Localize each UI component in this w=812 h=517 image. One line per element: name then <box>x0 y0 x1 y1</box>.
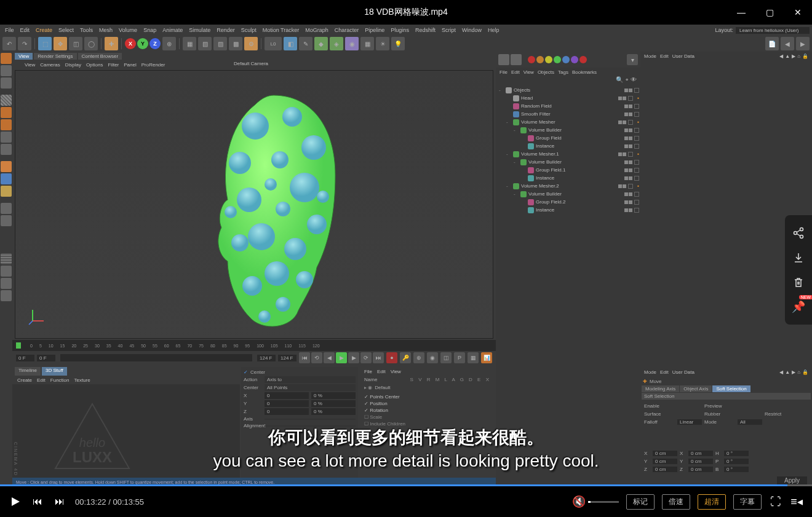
attr-up[interactable]: ▲ <box>785 53 790 59</box>
go-prev-key[interactable]: ⟲ <box>311 352 322 363</box>
viewport-solo[interactable] <box>1 203 12 214</box>
obj-volume-mesher-1[interactable]: -Volume Mesher.1▪ <box>497 150 639 158</box>
pen-tool[interactable]: ✎ <box>299 37 312 50</box>
filter-icon[interactable]: ⚬ <box>624 76 629 85</box>
obj-instance[interactable]: Instance <box>497 206 639 214</box>
go-next-frame[interactable]: ▶ <box>348 352 359 363</box>
obj-instance[interactable]: Instance <box>497 174 639 182</box>
key-scale[interactable]: ◫ <box>440 352 452 363</box>
go-start[interactable]: ⏮ <box>299 352 310 363</box>
uv-polys[interactable] <box>1 144 12 155</box>
tag-blue[interactable] <box>562 56 570 63</box>
obj-volume-builder[interactable]: -Volume Builder <box>497 158 639 166</box>
tag-red[interactable] <box>528 56 535 63</box>
menu-simulate[interactable]: Simulate <box>186 27 213 33</box>
attr-tab-modeling-axis[interactable]: Modeling Axis <box>642 385 679 392</box>
bp-menu-function[interactable]: Function <box>50 377 70 383</box>
menu-character[interactable]: Character <box>332 27 362 33</box>
coord-z[interactable]: 0 <box>265 408 309 415</box>
tab-content-browser[interactable]: Content Browser <box>78 53 122 60</box>
obj-volume-builder[interactable]: -Volume Builder <box>497 126 639 134</box>
viewport[interactable]: Perspective <box>15 70 493 339</box>
timeline-ruler[interactable]: 0510152025303540455055606570758085909510… <box>12 340 496 351</box>
volume-control[interactable]: 🔇 <box>572 495 619 508</box>
share-button[interactable] <box>790 225 806 241</box>
next-btn[interactable]: ▶ <box>796 37 810 50</box>
obj-group-field-2[interactable]: Group Field.2 <box>497 198 639 206</box>
download-button[interactable] <box>790 250 806 266</box>
axis-x-toggle[interactable]: X <box>125 38 136 49</box>
action-dropdown[interactable]: Axis to <box>265 376 356 383</box>
om-collapse[interactable]: ▾ <box>627 54 638 65</box>
minimize-button[interactable]: — <box>727 0 755 25</box>
center-dropdown[interactable]: All Points <box>265 384 356 391</box>
menu-snap[interactable]: Snap <box>141 27 159 33</box>
mute-icon[interactable]: 🔇 <box>572 495 586 508</box>
go-prev-frame[interactable]: ◀ <box>324 352 335 363</box>
render-view[interactable]: ▦ <box>183 37 196 50</box>
subtitle-button[interactable]: 字幕 <box>733 494 762 510</box>
om-btn1[interactable] <box>498 54 509 65</box>
attr-tab-soft-selection[interactable]: Soft Selection <box>712 385 750 392</box>
tab-3dstuff[interactable]: 3D Stuff <box>42 367 67 376</box>
menu-select[interactable]: Select <box>56 27 76 33</box>
coord-x[interactable]: 0 <box>265 392 309 399</box>
menu-redshift[interactable]: Redshift <box>413 27 438 33</box>
render-region[interactable]: ▧ <box>198 37 212 50</box>
light-btn[interactable]: ☀ <box>376 37 389 50</box>
menu-mograph[interactable]: MoGraph <box>303 27 331 33</box>
rotate-tool[interactable]: ◯ <box>84 37 98 50</box>
menu-plugins[interactable]: Plugins <box>388 27 412 33</box>
tweak-mode[interactable] <box>1 173 12 184</box>
menu-mesh[interactable]: Mesh <box>97 27 115 33</box>
scale-tool[interactable]: ◫ <box>69 37 82 50</box>
material-preset[interactable] <box>1 253 12 264</box>
xray-toggle[interactable] <box>1 215 12 226</box>
layout-dropdown[interactable]: Learn from helloluxx (User) <box>736 27 810 34</box>
axis-mode[interactable] <box>1 161 12 172</box>
uv-points[interactable] <box>1 132 12 143</box>
axis-z-toggle[interactable]: Z <box>149 38 161 49</box>
menu-tools[interactable]: Tools <box>78 27 95 33</box>
frame-current[interactable]: 124 F <box>257 355 276 361</box>
menu-motion-tracker[interactable]: Motion Tracker <box>260 27 302 33</box>
material-preset-4[interactable] <box>1 290 12 301</box>
speed-button[interactable]: 倍速 <box>662 494 690 510</box>
recent-tool[interactable]: ✚ <box>105 37 118 50</box>
frame-slider-start[interactable]: 0 F <box>37 355 55 361</box>
texture-mode[interactable] <box>1 65 12 76</box>
undo-button[interactable]: ↶ <box>2 37 16 50</box>
tab-view[interactable]: View <box>15 53 33 60</box>
snap-toggle[interactable] <box>1 186 12 197</box>
next-track-button[interactable]: ⏭ <box>53 495 66 508</box>
object-tree[interactable]: -ObjectsHead▪Random FieldSmooth Filter-V… <box>496 85 640 486</box>
obj-random-field[interactable]: Random Field <box>497 102 639 110</box>
menu-create[interactable]: Create <box>33 27 55 33</box>
frame-start[interactable]: 0 F <box>16 355 34 361</box>
key-pla[interactable]: ▦ <box>468 352 479 363</box>
obj-volume-mesher[interactable]: -Volume Mesher▪ <box>497 118 639 126</box>
prev-btn[interactable]: ◀ <box>781 37 794 50</box>
delete-button[interactable] <box>790 274 806 290</box>
obj-smooth-filter[interactable]: Smooth Filter <box>497 110 639 118</box>
attr-fwd[interactable]: ▶ <box>792 53 795 59</box>
obj-group-field-1[interactable]: Group Field.1 <box>497 166 639 174</box>
pin-button[interactable]: 📌NEW <box>790 299 806 315</box>
obj-volume-mesher-2[interactable]: -Volume Mesher.2▪ <box>497 182 639 190</box>
om-btn2[interactable] <box>511 54 522 65</box>
key-param[interactable]: P <box>454 352 465 363</box>
move-tool[interactable]: ✥ <box>54 37 67 50</box>
menu-pipeline[interactable]: Pipeline <box>362 27 387 33</box>
attr-home[interactable]: ⌂ <box>797 53 800 59</box>
menu-help[interactable]: Help <box>485 27 502 33</box>
eye-icon[interactable]: 👁 <box>631 76 637 85</box>
attr-back[interactable]: ◀ <box>779 53 783 59</box>
tag-orange[interactable] <box>536 56 544 63</box>
tag-green[interactable] <box>554 56 561 63</box>
coord-y[interactable]: 0 <box>265 400 309 407</box>
bp-menu-texture[interactable]: Texture <box>74 377 90 383</box>
apply-button[interactable]: Apply <box>777 476 807 484</box>
key-pos[interactable]: ⊕ <box>413 352 424 363</box>
menu-edit[interactable]: Edit <box>18 27 33 33</box>
record-key[interactable]: ● <box>386 352 397 363</box>
